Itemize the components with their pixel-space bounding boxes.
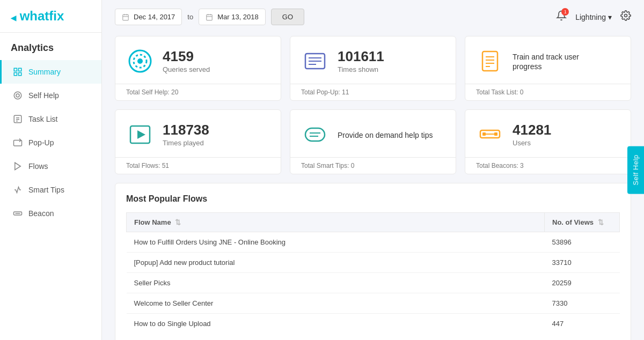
svg-rect-42 [482, 132, 486, 136]
task-list-label: Train and track user progress [513, 52, 609, 71]
table-row: Seller Picks 20259 [127, 273, 620, 293]
flow-views-cell: 7330 [545, 293, 620, 314]
summary-icon [12, 66, 23, 77]
analytics-title: Analytics [0, 33, 101, 60]
flow-views-cell: 33710 [545, 253, 620, 273]
svg-point-5 [16, 94, 19, 97]
smart-tips-footer: Total Smart Tips: 0 [290, 157, 456, 174]
sidebar-item-flows[interactable]: Flows [0, 154, 101, 178]
date-range: Dec 14, 2017 to Mar 13, 2018 GO [115, 9, 304, 25]
header: Dec 14, 2017 to Mar 13, 2018 GO 1 Lightn… [115, 9, 631, 25]
svg-rect-0 [14, 68, 17, 71]
logo-arrow: ◀ [11, 14, 16, 22]
sidebar-item-task-list[interactable]: Task List [0, 107, 101, 131]
svg-rect-37 [305, 128, 325, 141]
settings-button[interactable] [620, 10, 631, 24]
views-column-header[interactable]: No. of Views ⇅ [545, 213, 620, 232]
views-header-label: No. of Views [552, 218, 594, 226]
flow-name-sort-icon: ⇅ [175, 218, 181, 226]
sidebar-item-summary-label: Summary [28, 68, 61, 76]
logo[interactable]: ◀ whatfix [11, 9, 91, 24]
queries-label: Queries served [163, 65, 210, 73]
smart-tips-icon [12, 184, 23, 195]
sidebar-item-summary[interactable]: Summary [0, 60, 101, 84]
flow-views-cell: 20259 [545, 273, 620, 293]
sidebar-item-pop-up-label: Pop-Up [28, 138, 54, 147]
lightning-label: Lightning [575, 13, 606, 21]
popup-icon [12, 137, 23, 148]
beacon-icon [12, 208, 23, 219]
stat-card-times-played: 118738 Times played Total Flows: 51 [115, 109, 281, 174]
svg-rect-30 [482, 51, 497, 71]
flows-table: Flow Name ⇅ No. of Views ⇅ How to Fulfil… [126, 212, 620, 334]
flows-table-body: How to Fulfill Orders Using JNE - Online… [127, 232, 620, 334]
stat-card-top-smart-tips: Provide on demand help tips [290, 110, 456, 157]
svg-marker-36 [137, 130, 145, 139]
svg-point-4 [14, 92, 21, 99]
notification-badge: 1 [561, 8, 569, 16]
flows-icon [12, 161, 23, 172]
svg-rect-1 [19, 68, 21, 71]
tasklist-stat-icon [476, 47, 504, 75]
beacons-label: Users [513, 139, 551, 147]
table-row: Welcome to Seller Center 7330 [127, 293, 620, 314]
flow-name-cell: How to Fulfill Orders Using JNE - Online… [127, 232, 545, 253]
flow-views-cell: 53896 [545, 232, 620, 253]
table-row: How to do Single Upload 447 [127, 314, 620, 334]
svg-rect-2 [14, 73, 17, 76]
stats-grid-row2: 118738 Times played Total Flows: 51 Prov… [115, 109, 631, 174]
flow-name-cell: How to do Single Upload [127, 314, 545, 334]
stat-card-smart-tips: Provide on demand help tips Total Smart … [290, 109, 456, 174]
sidebar-item-self-help[interactable]: Self Help [0, 84, 101, 107]
sidebar-item-beacon[interactable]: Beacon [0, 202, 101, 225]
sidebar-item-smart-tips[interactable]: Smart Tips [0, 178, 101, 202]
go-button[interactable]: GO [271, 9, 304, 25]
times-shown-label: Times shown [338, 65, 384, 73]
date-from-input[interactable]: Dec 14, 2017 [115, 9, 182, 25]
smart-tips-stat-icon [301, 121, 329, 149]
date-to-value: Mar 13, 2018 [217, 13, 259, 21]
svg-rect-14 [123, 14, 129, 20]
flow-name-column-header[interactable]: Flow Name ⇅ [127, 213, 545, 232]
table-row: [Popup] Add new product tutorial 33710 [127, 253, 620, 273]
flows-table-header-row: Flow Name ⇅ No. of Views ⇅ [127, 213, 620, 232]
date-to-input[interactable]: Mar 13, 2018 [199, 9, 266, 25]
stat-card-top-times-shown: 101611 Times shown [290, 36, 456, 84]
lightning-button[interactable]: Lightning ▾ [575, 13, 612, 21]
gear-icon [620, 10, 631, 21]
main-content: Dec 14, 2017 to Mar 13, 2018 GO 1 Lightn… [102, 0, 644, 340]
stat-info-times-shown: 101611 Times shown [338, 49, 384, 73]
stat-card-task-list: Train and track user progress Total Task… [465, 36, 631, 101]
smart-tips-label: Provide on demand help tips [338, 130, 433, 140]
times-shown-footer: Total Pop-Up: 11 [290, 84, 456, 100]
task-list-footer: Total Task List: 0 [465, 84, 631, 100]
table-row: How to Fulfill Orders Using JNE - Online… [127, 232, 620, 253]
flow-views-cell: 447 [545, 314, 620, 334]
flow-name-cell: [Popup] Add new product tutorial [127, 253, 545, 273]
svg-rect-3 [19, 73, 21, 76]
stats-grid-row1: 4159 Queries served Total Self Help: 20 [115, 36, 631, 101]
date-from-value: Dec 14, 2017 [134, 13, 175, 21]
times-played-number: 118738 [163, 122, 209, 138]
stat-card-top-times-played: 118738 Times played [115, 110, 281, 157]
notification-bell[interactable]: 1 [556, 10, 567, 24]
sidebar-item-self-help-label: Self Help [28, 91, 59, 100]
sidebar-item-pop-up[interactable]: Pop-Up [0, 131, 101, 154]
queries-number: 4159 [163, 49, 210, 64]
stat-card-top-beacons: 41281 Users [465, 110, 631, 157]
popular-flows-title: Most Popular Flows [126, 194, 620, 204]
flows-table-header: Flow Name ⇅ No. of Views ⇅ [127, 213, 620, 232]
stat-info-task-list: Train and track user progress [513, 51, 609, 71]
times-played-footer: Total Flows: 51 [115, 157, 281, 174]
stat-info-smart-tips: Provide on demand help tips [338, 129, 433, 140]
beacons-number: 41281 [513, 122, 551, 138]
flows-stat-icon [126, 121, 154, 149]
sidebar-item-task-list-label: Task List [28, 115, 57, 123]
flow-name-header-label: Flow Name [134, 218, 171, 226]
times-shown-number: 101611 [338, 49, 384, 64]
calendar-to-icon [206, 13, 213, 21]
dropdown-arrow-icon: ▾ [608, 13, 612, 21]
self-help-tab[interactable]: Self Help [627, 146, 644, 194]
stat-card-queries: 4159 Queries served Total Self Help: 20 [115, 36, 281, 101]
task-list-icon [12, 114, 23, 124]
